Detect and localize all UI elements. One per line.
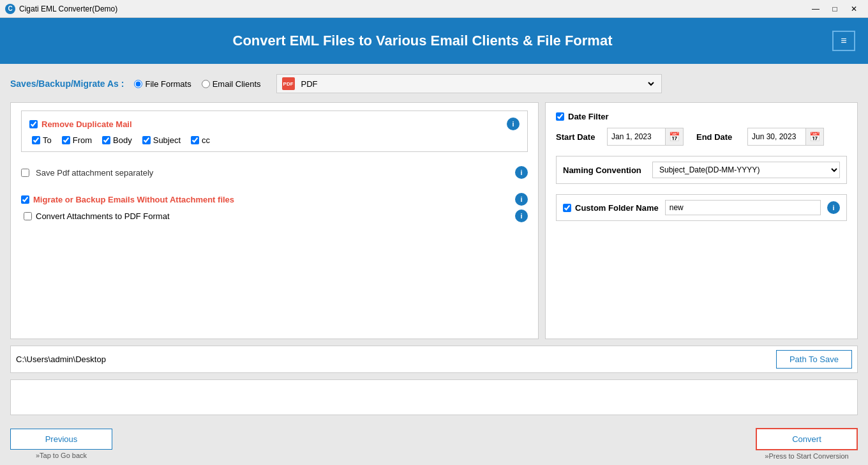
check-to-input[interactable] — [32, 136, 40, 144]
previous-button[interactable]: Previous — [10, 429, 112, 450]
header-title: Convert EML Files to Various Email Clien… — [13, 33, 832, 49]
date-filter-checkbox[interactable] — [556, 112, 564, 121]
custom-folder-label-group: Custom Folder Name — [563, 203, 659, 213]
maximize-button[interactable]: □ — [826, 3, 844, 15]
migrate-label: Migrate or Backup Emails Without Attachm… — [33, 195, 234, 204]
format-select[interactable]: PDF PST MSG EML MBOX HTML DOC — [299, 79, 656, 89]
convert-att-checkbox[interactable] — [24, 212, 32, 220]
check-body[interactable]: Body — [102, 135, 132, 145]
radio-file-formats-label: File Formats — [145, 79, 191, 89]
migrate-title: Migrate or Backup Emails Without Attachm… — [21, 193, 528, 206]
migrate-section: Migrate or Backup Emails Without Attachm… — [21, 193, 528, 222]
right-panel: Date Filter Start Date 📅 End Date 📅 — [545, 102, 858, 339]
naming-section: Naming Convention Subject_Date(DD-MM-YYY… — [556, 156, 847, 184]
end-date-label: End Date — [696, 132, 741, 142]
title-bar: C Cigati EML Converter(Demo) — □ ✕ — [0, 0, 868, 18]
radio-email-clients-input[interactable] — [202, 80, 210, 88]
date-filter-label: Date Filter — [568, 112, 609, 121]
start-date-label: Start Date — [556, 132, 601, 142]
check-to-label: To — [43, 135, 52, 145]
convert-att-info-button[interactable]: i — [515, 210, 528, 222]
custom-folder-checkbox[interactable] — [563, 204, 571, 212]
duplicate-inner: Remove Duplicate Mail i To From — [29, 118, 520, 145]
saves-bar: Saves/Backup/Migrate As : File Formats E… — [10, 72, 858, 96]
app-icon: C — [5, 4, 15, 14]
check-cc-input[interactable] — [191, 136, 199, 144]
end-date-calendar-button[interactable]: 📅 — [805, 128, 823, 145]
main-content: Saves/Backup/Migrate As : File Formats E… — [0, 64, 868, 423]
window-controls: — □ ✕ — [807, 3, 863, 15]
bottom-left: Previous »Tap to Go back — [10, 429, 112, 459]
convert-att-row: Convert Attachments to PDF Format i — [21, 210, 528, 222]
duplicate-title: Remove Duplicate Mail i — [29, 118, 520, 130]
duplicate-info-button[interactable]: i — [507, 118, 520, 130]
check-cc-label: cc — [202, 135, 210, 145]
save-pdf-section: Save Pdf attachment separately i — [21, 161, 528, 184]
save-pdf-label: Save Pdf attachment separately — [36, 168, 153, 178]
end-date-group: 📅 — [747, 128, 824, 146]
check-from-input[interactable] — [62, 136, 70, 144]
path-input[interactable] — [16, 354, 771, 364]
migrate-checkbox[interactable] — [21, 195, 29, 204]
check-from[interactable]: From — [62, 135, 92, 145]
convert-att-label: Convert Attachments to PDF Format — [36, 211, 170, 221]
convert-button[interactable]: Convert — [756, 428, 858, 450]
radio-email-clients[interactable]: Email Clients — [202, 79, 261, 89]
radio-email-clients-label: Email Clients — [213, 79, 261, 89]
naming-label: Naming Convention — [563, 165, 646, 175]
pdf-icon: PDF — [282, 77, 295, 90]
migrate-info-button[interactable]: i — [515, 193, 528, 206]
bottom-bar: Previous »Tap to Go back Convert »Press … — [0, 423, 868, 465]
check-body-label: Body — [113, 135, 132, 145]
progress-area — [10, 379, 858, 415]
path-to-save-button[interactable]: Path To Save — [776, 350, 852, 369]
duplicate-checks-row: To From Body Subject — [29, 135, 520, 145]
start-date-group: 📅 — [607, 128, 684, 146]
header-banner: Convert EML Files to Various Email Clien… — [0, 18, 868, 64]
start-date-input[interactable] — [608, 130, 665, 144]
check-from-label: From — [73, 135, 92, 145]
bottom-right: Convert »Press to Start Conversion — [756, 428, 858, 460]
check-subject-label: Subject — [153, 135, 181, 145]
check-body-input[interactable] — [102, 136, 110, 144]
title-bar-left: C Cigati EML Converter(Demo) — [5, 4, 117, 14]
remove-duplicate-checkbox[interactable] — [29, 120, 38, 128]
custom-folder-label: Custom Folder Name — [575, 203, 659, 213]
radio-file-formats[interactable]: File Formats — [134, 79, 191, 89]
convert-hint: »Press to Start Conversion — [765, 452, 848, 460]
check-subject[interactable]: Subject — [142, 135, 181, 145]
path-row: Path To Save — [10, 346, 858, 373]
minimize-button[interactable]: — — [807, 3, 825, 15]
header-menu-button[interactable]: ≡ — [832, 31, 855, 51]
saves-label: Saves/Backup/Migrate As : — [10, 79, 124, 89]
left-panel: Remove Duplicate Mail i To From — [10, 102, 539, 339]
app-title: Cigati EML Converter(Demo) — [19, 4, 117, 13]
save-pdf-checkbox[interactable] — [21, 169, 29, 177]
check-cc[interactable]: cc — [191, 135, 210, 145]
radio-file-formats-input[interactable] — [134, 80, 142, 88]
close-button[interactable]: ✕ — [845, 3, 863, 15]
panels-row: Remove Duplicate Mail i To From — [10, 102, 858, 339]
previous-hint: »Tap to Go back — [36, 452, 87, 459]
end-date-input[interactable] — [748, 130, 805, 144]
date-filter-title: Date Filter — [556, 112, 847, 121]
custom-folder-input[interactable] — [665, 200, 821, 215]
duplicate-section: Remove Duplicate Mail i To From — [21, 111, 528, 152]
custom-folder-section: Custom Folder Name i — [556, 194, 847, 221]
remove-duplicate-label: Remove Duplicate Mail — [41, 119, 132, 129]
start-date-calendar-button[interactable]: 📅 — [665, 128, 683, 145]
custom-folder-info-button[interactable]: i — [827, 201, 840, 214]
check-to[interactable]: To — [32, 135, 52, 145]
radio-group: File Formats Email Clients — [134, 79, 260, 89]
save-pdf-info-button[interactable]: i — [515, 166, 528, 179]
date-filter-section: Date Filter Start Date 📅 End Date 📅 — [556, 112, 847, 146]
check-subject-input[interactable] — [142, 136, 151, 144]
date-row: Start Date 📅 End Date 📅 — [556, 128, 847, 146]
format-selector-wrapper: PDF PDF PST MSG EML MBOX HTML DOC — [276, 74, 662, 93]
naming-select[interactable]: Subject_Date(DD-MM-YYYY) Date_Subject Su… — [652, 162, 840, 178]
